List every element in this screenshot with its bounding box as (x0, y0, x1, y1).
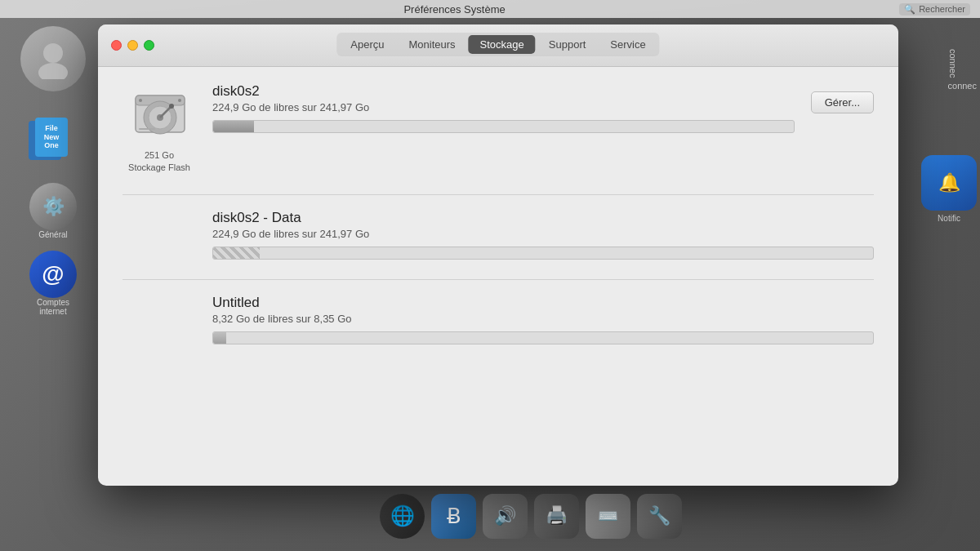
general-label: Général (29, 230, 77, 239)
manage-button-0[interactable]: Gérer... (811, 91, 874, 113)
svg-rect-12 (139, 131, 150, 133)
tab-apercu[interactable]: Aperçu (339, 35, 395, 54)
svg-point-9 (139, 99, 142, 102)
tab-service[interactable]: Service (599, 35, 657, 54)
dock-network-icon[interactable]: 🌐 (380, 494, 425, 539)
disk-entry-0: 251 Go Stockage Flash disk0s2 224,9 Go d… (122, 83, 874, 175)
dock-bluetooth-icon[interactable]: Ƀ (431, 494, 476, 539)
disk-entry-1: disk0s2 - Data 224,9 Go de libres sur 24… (122, 210, 874, 260)
connec-text: connec (948, 49, 958, 78)
menubar: Préférences Système 🔍 Rechercher (0, 0, 980, 18)
svg-point-1 (38, 63, 68, 79)
user-avatar[interactable] (20, 26, 86, 91)
comptes-label: Comptes (29, 298, 77, 307)
notif-area: 🔔 Notific (921, 155, 977, 223)
disk-name-2: Untitled (212, 295, 874, 311)
disk-details-0: disk0s2 224,9 Go de libres sur 241,97 Go (212, 83, 795, 133)
disk-bar-small-2 (213, 332, 226, 344)
disk-icon-0 (129, 83, 190, 144)
notif-icon[interactable]: 🔔 (921, 155, 977, 211)
dock-sound-icon[interactable]: 🔊 (483, 494, 528, 539)
disk-entry-2: Untitled 8,32 Go de libres sur 8,35 Go (122, 295, 874, 344)
svg-point-0 (43, 43, 63, 63)
svg-point-8 (169, 104, 174, 109)
connec-area: connec connec (948, 49, 977, 91)
maximize-button[interactable] (144, 40, 154, 51)
tabs-container: Aperçu Moniteurs Stockage Support Servic… (336, 33, 659, 56)
disk-free-2: 8,32 Go de libres sur 8,35 Go (212, 313, 874, 325)
minimize-button[interactable] (127, 40, 138, 51)
tab-support[interactable]: Support (537, 35, 598, 54)
divider-1 (122, 194, 874, 195)
disk-info-1: disk0s2 - Data 224,9 Go de libres sur 24… (212, 210, 874, 260)
disk-bar-container-0 (212, 120, 795, 133)
dock-printer-icon[interactable]: 🖨️ (534, 494, 579, 539)
at-icon[interactable]: @ (29, 251, 77, 298)
dock-tools-icon[interactable]: 🔧 (637, 494, 682, 539)
svg-rect-11 (139, 128, 155, 130)
preferences-window: Aperçu Moniteurs Stockage Support Servic… (98, 24, 898, 486)
disk-bar-striped-1 (213, 247, 260, 259)
dock: 🌐 Ƀ 🔊 🖨️ ⌨️ 🔧 (82, 487, 980, 544)
disk-icon-area-0: 251 Go Stockage Flash (122, 83, 196, 175)
disk-size-label-0: 251 Go Stockage Flash (128, 149, 190, 175)
tab-moniteurs[interactable]: Moniteurs (398, 35, 467, 54)
disk-free-1: 224,9 Go de libres sur 241,97 Go (212, 228, 874, 240)
menubar-search[interactable]: 🔍 Rechercher (899, 3, 970, 16)
close-button[interactable] (111, 40, 122, 51)
menubar-title: Préférences Système (10, 3, 899, 16)
window-titlebar: Aperçu Moniteurs Stockage Support Servic… (98, 24, 898, 67)
disk-bar-container-1 (212, 247, 874, 260)
disk-info-0: disk0s2 224,9 Go de libres sur 241,97 Go… (212, 83, 874, 133)
file-icon-group[interactable]: FileNewOne (29, 116, 78, 165)
internet-label: internet (29, 307, 77, 316)
divider-2 (122, 279, 874, 280)
disk-bar-container-2 (212, 331, 874, 344)
notif-label: Notific (921, 214, 977, 223)
search-icon: 🔍 (904, 4, 915, 15)
svg-point-10 (178, 99, 181, 102)
disk-bar-used-0 (213, 121, 254, 132)
comptes-section: @ Comptes internet (29, 251, 77, 316)
search-label: Rechercher (919, 4, 965, 14)
sidebar-left: FileNewOne ⚙️ Général @ Comptes internet (0, 18, 106, 551)
disk-free-0: 224,9 Go de libres sur 241,97 Go (212, 101, 795, 113)
traffic-lights (111, 40, 154, 51)
disk-name-1: disk0s2 - Data (212, 210, 874, 226)
window-content: 251 Go Stockage Flash disk0s2 224,9 Go d… (98, 67, 898, 486)
general-icon[interactable]: ⚙️ (29, 183, 77, 230)
connec-label: connec (948, 81, 977, 91)
disk-name-0: disk0s2 (212, 83, 795, 100)
desktop: Préférences Système 🔍 Rechercher FileNew… (0, 0, 980, 551)
disk-row-top-0: disk0s2 224,9 Go de libres sur 241,97 Go… (212, 83, 874, 133)
tab-stockage[interactable]: Stockage (469, 35, 536, 54)
general-section: ⚙️ Général (29, 183, 77, 239)
dock-keyboard-icon[interactable]: ⌨️ (586, 494, 630, 539)
disk-info-2: Untitled 8,32 Go de libres sur 8,35 Go (212, 295, 874, 344)
